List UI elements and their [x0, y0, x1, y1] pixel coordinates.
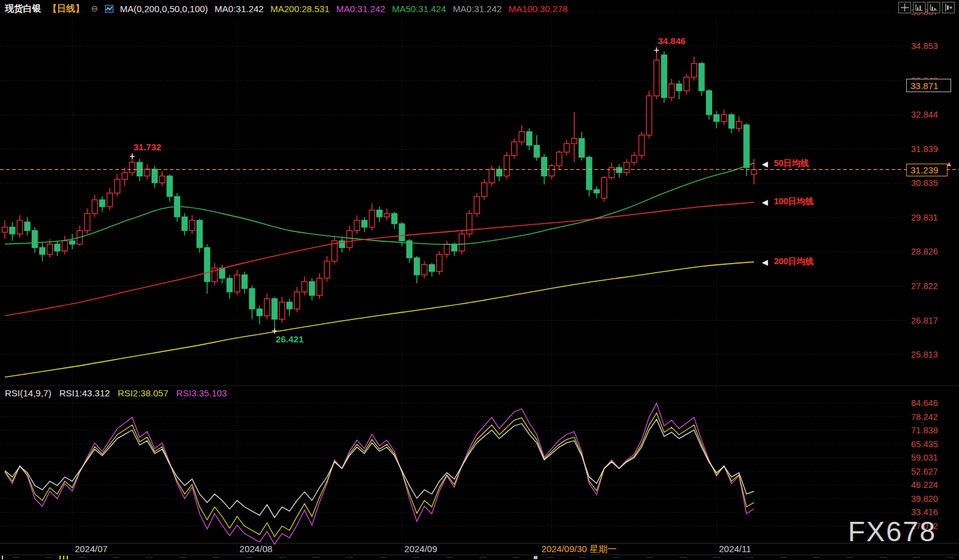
candle-body: [257, 309, 262, 316]
collapse-icon[interactable]: ⊖: [91, 4, 98, 13]
candle-body: [699, 64, 704, 91]
x-axis-label: 2024/09: [405, 544, 437, 554]
candle-body: [392, 213, 397, 224]
candle-body: [752, 170, 757, 175]
candle-body: [534, 145, 539, 158]
candle-body: [511, 142, 517, 155]
candle-body: [631, 156, 637, 162]
scrollbar-mark: [63, 556, 64, 559]
candle-body: [527, 132, 532, 145]
candle-body: [399, 224, 405, 241]
scrollbar-left-handle[interactable]: [2, 556, 3, 559]
rsi-header-bar: RSI(14,9,7) RSI1:43.312 RSI2:38.057 RSI3…: [5, 388, 227, 398]
rsi1-line: [5, 419, 754, 518]
candle-body: [721, 115, 727, 121]
rsi3-line: [5, 403, 754, 544]
candle-body: [92, 200, 98, 214]
candle-body: [10, 227, 15, 234]
candle-body: [182, 217, 187, 231]
candle-body: [197, 221, 203, 248]
price-tick-label: 31.839: [911, 144, 938, 154]
ma200-tag-label: 200日均线: [774, 256, 813, 267]
period-label: 【日线】: [48, 3, 84, 15]
candle-body: [84, 213, 90, 230]
scrollbar-mark: [59, 556, 61, 559]
candle-body: [317, 278, 322, 295]
rsi-tick-label: 39.820: [911, 494, 938, 504]
x-axis-label: 2024/11: [719, 544, 751, 554]
rsi-title: RSI(14,9,7): [5, 388, 52, 398]
pan-tool-button[interactable]: [898, 2, 911, 13]
scrollbar-mark: [67, 556, 68, 559]
candle-body: [587, 157, 592, 189]
candle-body: [272, 299, 277, 319]
candle-body: [669, 84, 675, 98]
candle-body: [70, 241, 75, 244]
rsi-tick-label: 71.838: [911, 425, 938, 435]
candle-body: [362, 221, 367, 227]
candle-body: [204, 248, 210, 282]
candle-body: [684, 77, 689, 91]
ma100-tag: ◀ 100日均线: [762, 196, 813, 207]
last-price-value: 31.239: [910, 165, 938, 175]
ma-value-1: MA200:28.531: [271, 4, 330, 14]
candle-body: [729, 115, 734, 128]
price-tick-label: 30.835: [911, 178, 938, 188]
last-price-box: 31.239: [906, 164, 947, 176]
rsi-value-0: RSI1:43.312: [59, 388, 110, 398]
ma50-tag: ◀ 50日均线: [762, 158, 809, 169]
zoom-run-button[interactable]: [927, 2, 940, 13]
rsi-tick-label: 52.627: [911, 467, 938, 476]
candle-body: [609, 167, 614, 178]
candle-body: [39, 248, 45, 255]
candle-body: [47, 244, 53, 255]
left-arrow-icon: ◀: [762, 198, 768, 207]
indicator-icon[interactable]: [105, 5, 113, 13]
candle-body: [661, 55, 667, 98]
candle-body: [242, 275, 247, 289]
candle-body: [414, 258, 420, 275]
candle-body: [437, 255, 442, 272]
rsi-value-2: RSI3:35.103: [177, 388, 227, 398]
candle-body: [571, 139, 577, 144]
price-tick-label: 28.826: [911, 247, 938, 256]
chart-canvas: 2024/072024/082024/092024/09/30 星期一2024/…: [0, 0, 959, 560]
candle-body: [25, 222, 30, 230]
candle-body: [227, 278, 232, 292]
candle-body: [444, 244, 449, 255]
price-tick-label: 25.813: [911, 350, 938, 359]
price-marker-value: 33.871: [910, 81, 938, 91]
ma200-tag: ◀ 200日均线: [762, 256, 813, 267]
candle-body: [676, 84, 682, 91]
ma-settings-label: MA(0,200,0,50,0,100): [120, 4, 208, 14]
candle-body: [497, 169, 502, 176]
candle-body: [302, 282, 308, 292]
candle-body: [602, 178, 607, 198]
x-axis-label: 2024/07: [75, 544, 107, 554]
candle-body: [325, 261, 330, 278]
rsi-value-1: RSI2:38.057: [118, 388, 168, 398]
candle-body: [189, 221, 195, 231]
candle-body: [706, 91, 712, 115]
candle-body: [115, 179, 120, 193]
price-up-arrow-icon: ▲: [946, 161, 952, 167]
candle-body: [616, 167, 622, 172]
scrollbar-thumb[interactable]: [534, 556, 537, 559]
candle-body: [167, 176, 172, 196]
zoom-window-icon: [915, 3, 924, 12]
candle-body: [654, 60, 659, 96]
candle-body: [624, 162, 630, 173]
ma-value-5: MA100:30.278: [508, 4, 568, 14]
candle-body: [452, 244, 457, 251]
zoom-reset-icon: [944, 3, 953, 12]
zoom-reset-button[interactable]: [942, 2, 955, 13]
candle-body: [264, 299, 270, 316]
pan-icon: [900, 3, 909, 12]
candle-body: [347, 230, 352, 247]
candle-body: [474, 196, 480, 213]
zoom-window-button[interactable]: [913, 2, 926, 13]
candle-body: [579, 139, 584, 158]
candle-body: [32, 230, 38, 247]
price-tick-label: 26.817: [911, 316, 938, 325]
ma200-line: [5, 262, 754, 377]
